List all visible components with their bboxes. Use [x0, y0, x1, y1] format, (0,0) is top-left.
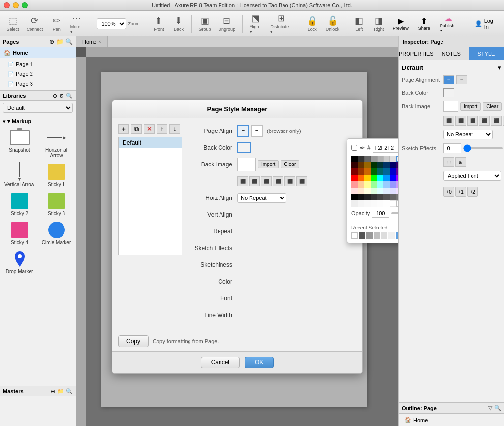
cp-color[interactable] — [358, 188, 364, 194]
cp-color[interactable] — [390, 168, 396, 175]
style-dropdown-arrow[interactable]: ▾ — [498, 64, 501, 71]
outline-search-icon[interactable]: 🔍 — [494, 405, 501, 411]
recent-color[interactable] — [374, 232, 380, 239]
distribute-tool[interactable]: ⊞ Distribute ▾ — [267, 12, 295, 35]
cp-color[interactable] — [390, 200, 396, 207]
img-pos-tl[interactable]: ⬛ — [237, 176, 248, 186]
inspector-clear-btn[interactable]: Clear — [483, 102, 502, 111]
copy-style-btn[interactable]: ⧉ — [131, 124, 142, 134]
cp-color-empty[interactable] — [396, 200, 398, 207]
lock-tool[interactable]: 🔒 Lock — [303, 14, 321, 33]
cp-color[interactable] — [351, 188, 358, 194]
cp-color[interactable] — [396, 175, 398, 181]
delete-style-btn[interactable]: ✕ — [144, 124, 155, 134]
cp-color[interactable] — [396, 168, 398, 175]
inspector-back-color-swatch[interactable] — [443, 88, 454, 97]
close-button[interactable] — [4, 2, 10, 8]
cp-color[interactable] — [371, 162, 377, 168]
front-tool[interactable]: ⬆ Front — [150, 14, 168, 33]
insp-img-ml[interactable]: ⬛ — [479, 116, 490, 126]
widget-v-arrow[interactable]: Vertical Arrow — [3, 162, 36, 187]
cp-color[interactable] — [371, 200, 377, 207]
import-image-btn[interactable]: Import — [258, 160, 279, 168]
recent-color[interactable] — [359, 232, 365, 239]
font-select[interactable]: Applied Font — [443, 171, 501, 181]
font-mod-0[interactable]: +0 — [443, 187, 454, 197]
back-color-swatch[interactable] — [237, 142, 251, 153]
cp-color[interactable] — [383, 188, 390, 194]
cp-color[interactable] — [390, 181, 396, 188]
cp-color[interactable] — [396, 194, 398, 200]
outline-filter-icon[interactable]: ▽ — [488, 405, 492, 411]
cp-color[interactable] — [358, 175, 364, 181]
no-repeat-select[interactable]: No Repeat — [237, 193, 286, 203]
widget-circle-marker[interactable]: Circle Marker — [40, 220, 73, 245]
widget-sticky2[interactable]: Sticky 2 — [3, 191, 36, 216]
cp-color[interactable] — [364, 188, 371, 194]
cp-hex-input[interactable] — [373, 143, 398, 153]
move-up-style-btn[interactable]: ↑ — [157, 124, 167, 134]
sketch-slider[interactable] — [463, 147, 503, 149]
widget-h-arrow[interactable]: Horizontal Arrow — [40, 128, 73, 158]
cancel-btn[interactable]: Cancel — [201, 357, 240, 368]
cp-color[interactable] — [383, 175, 390, 181]
cp-color[interactable] — [377, 156, 383, 162]
cp-color[interactable] — [371, 156, 377, 162]
maximize-button[interactable] — [22, 2, 28, 8]
widget-sticky1[interactable]: Sticky 1 — [40, 162, 73, 187]
recent-color[interactable] — [351, 232, 358, 239]
masters-folder-icon[interactable]: 📁 — [57, 388, 64, 394]
recent-color[interactable] — [388, 232, 395, 239]
cp-color[interactable] — [371, 188, 377, 194]
cp-color[interactable] — [383, 194, 390, 200]
cp-color[interactable] — [390, 194, 396, 200]
back-tool[interactable]: ⬇ Back — [170, 14, 188, 33]
cp-color[interactable] — [396, 181, 398, 188]
cp-color[interactable] — [377, 162, 383, 168]
inspector-import-btn[interactable]: Import — [460, 102, 481, 111]
font-mod-1[interactable]: +1 — [455, 187, 466, 197]
ungroup-tool[interactable]: ⊟ Ungroup — [216, 14, 238, 33]
cp-transparent-checkbox[interactable] — [351, 145, 357, 151]
cp-color[interactable] — [390, 162, 396, 168]
cp-color[interactable] — [383, 168, 390, 175]
align-tool[interactable]: ⬔ Align ▾ — [247, 12, 266, 35]
zoom-select[interactable]: 100%50%150%200% — [97, 18, 126, 29]
masters-search-icon[interactable]: 🔍 — [66, 388, 73, 394]
lib-gear-icon[interactable]: ⚙ — [59, 93, 64, 99]
cp-color[interactable] — [383, 181, 390, 188]
cp-color[interactable] — [364, 175, 371, 181]
recent-color[interactable] — [396, 232, 398, 239]
cp-color[interactable] — [377, 188, 383, 194]
img-pos-tr[interactable]: ⬛ — [261, 176, 272, 186]
cp-color[interactable] — [351, 181, 358, 188]
cp-color[interactable] — [351, 156, 358, 162]
cp-color[interactable] — [383, 162, 390, 168]
cp-color[interactable] — [377, 175, 383, 181]
page-item-2[interactable]: 📄 Page 2 — [0, 69, 76, 79]
cp-color[interactable] — [396, 188, 398, 194]
pages-search-icon[interactable]: 🔍 — [65, 38, 73, 45]
share-btn[interactable]: ⬆ Share — [415, 15, 433, 32]
unlock-tool[interactable]: 🔓 Unlock — [323, 14, 342, 33]
minimize-button[interactable] — [13, 2, 19, 8]
widget-drop-marker[interactable]: Drop Marker — [3, 249, 36, 274]
select-tool[interactable]: ⬚ Select — [4, 14, 22, 33]
widget-sticky3[interactable]: Sticky 3 — [40, 191, 73, 216]
img-pos-ml[interactable]: ⬛ — [273, 176, 284, 186]
cp-color[interactable] — [371, 181, 377, 188]
insp-img-tm[interactable]: ⬛ — [455, 116, 466, 126]
default-style-item[interactable]: Default — [119, 137, 182, 148]
page-item-1[interactable]: 📄 Page 1 — [0, 59, 76, 69]
img-pos-tm[interactable]: ⬛ — [249, 176, 260, 186]
recent-color[interactable] — [381, 232, 387, 239]
cp-color[interactable] — [390, 156, 396, 162]
sketch-style-btn2[interactable]: ⊞ — [455, 157, 466, 167]
home-tab[interactable]: Home × — [76, 36, 108, 47]
align-center-btn[interactable]: ≡ — [251, 125, 263, 137]
group-tool[interactable]: ▣ Group — [196, 14, 214, 33]
cp-color[interactable] — [358, 162, 364, 168]
widget-sticky4[interactable]: Sticky 4 — [3, 220, 36, 245]
publish-btn[interactable]: ☁ Publish ▾ — [437, 13, 460, 34]
img-pos-mm[interactable]: ⬛ — [284, 176, 295, 186]
